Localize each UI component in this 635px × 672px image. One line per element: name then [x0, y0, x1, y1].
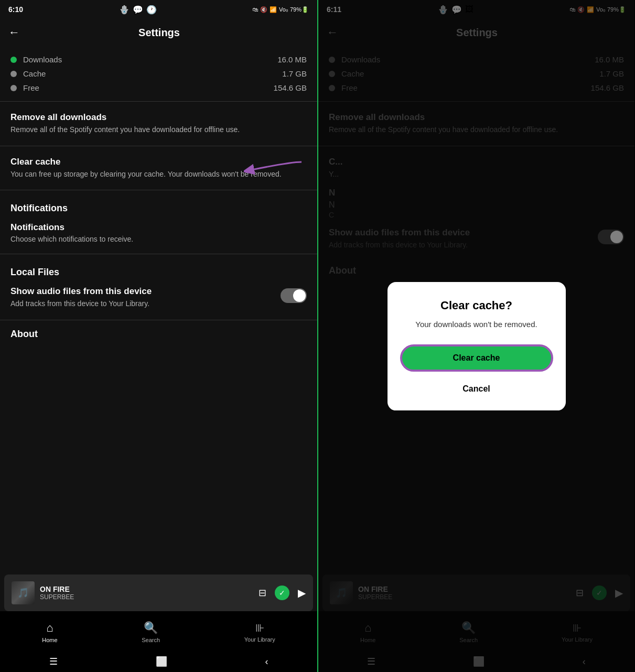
- now-playing-bar-left[interactable]: 🎵 ON FIRE SUPERBEE ⊟ ✓ ▶: [4, 575, 313, 611]
- status-bar-left: 6:10 🪬 💬 🕐 🛍 🔇 📶 Vo₀ 79%🔋: [0, 0, 317, 19]
- nav-library-left[interactable]: ⊪ Your Library: [244, 622, 275, 643]
- right-phone-panel: 6:11 🪬 💬 🖼 🛍 🔇 📶 Vo₀ 79%🔋 ← Settings Dow…: [317, 0, 634, 672]
- notifications-header: Notifications: [0, 192, 317, 218]
- modal-title: Clear cache?: [440, 299, 512, 312]
- local-files-item[interactable]: Show audio files from this device Add tr…: [0, 282, 317, 318]
- local-files-title: Show audio files from this device: [10, 286, 274, 297]
- player-controls-left: ⊟ ✓ ▶: [259, 586, 306, 600]
- connect-icon-left[interactable]: ⊟: [259, 587, 266, 599]
- track-info-left: ON FIRE SUPERBEE: [40, 585, 259, 601]
- clear-cache-title: Clear cache: [10, 157, 307, 167]
- battery-text: 79%🔋: [290, 6, 309, 13]
- local-files-text: Show audio files from this device Add tr…: [10, 286, 274, 309]
- status-icons-left: 🪬 💬 🕐: [119, 5, 157, 15]
- clear-cache-modal: Clear cache? Your downloads won't be rem…: [388, 282, 566, 410]
- remove-downloads-title: Remove all downloads: [10, 112, 307, 123]
- local-files-desc: Add tracks from this device to Your Libr…: [10, 299, 274, 309]
- cache-row-left: Cache 1.7 GB: [10, 67, 307, 81]
- bag-icon: 🛍: [252, 6, 258, 13]
- sys-back-btn-left[interactable]: ‹: [265, 656, 268, 667]
- modal-cancel-button[interactable]: Cancel: [462, 380, 490, 398]
- home-icon-left: ⌂: [46, 621, 53, 635]
- notifications-item-desc: Choose which notifications to receive.: [10, 235, 307, 243]
- spacer-left: [0, 342, 317, 575]
- downloads-label-left: Downloads: [23, 55, 277, 64]
- page-title-left: Settings: [28, 27, 290, 39]
- download-check-left[interactable]: ✓: [275, 586, 289, 600]
- storage-section-left: Downloads 16.0 MB Cache 1.7 GB Free 154.…: [0, 46, 317, 99]
- free-dot: [10, 85, 17, 91]
- chat-icon: 💬: [133, 5, 143, 15]
- back-button-left[interactable]: ←: [8, 26, 20, 39]
- downloads-dot: [10, 57, 17, 63]
- remove-downloads-item[interactable]: Remove all downloads Remove all of the S…: [0, 104, 317, 144]
- top-nav-left: ← Settings: [0, 19, 317, 46]
- sys-home-btn-left[interactable]: ⬜: [156, 656, 167, 667]
- divider-5: [0, 320, 317, 320]
- divider-1: [0, 101, 317, 102]
- library-icon-left: ⊪: [255, 622, 264, 634]
- wifi-icon: 📶: [270, 6, 277, 13]
- clear-cache-item[interactable]: Clear cache You can free up storage by c…: [0, 148, 317, 188]
- free-label-left: Free: [23, 83, 274, 92]
- notifications-item[interactable]: Notifications Choose which notifications…: [0, 218, 317, 252]
- library-label-left: Your Library: [244, 636, 275, 643]
- cache-value-left: 1.7 GB: [282, 69, 307, 78]
- cache-label-left: Cache: [23, 69, 282, 78]
- bottom-nav-left: ⌂ Home 🔍 Search ⊪ Your Library: [0, 611, 317, 653]
- mute-icon: 🔇: [260, 6, 267, 13]
- about-header: About: [0, 322, 317, 342]
- nav-home-left[interactable]: ⌂ Home: [42, 621, 57, 643]
- track-name-left: ON FIRE: [40, 585, 259, 593]
- sys-menu-btn-left[interactable]: ☰: [49, 656, 58, 667]
- home-label-left: Home: [42, 637, 57, 643]
- status-right-icons-left: 🛍 🔇 📶 Vo₀ 79%🔋: [252, 6, 309, 13]
- divider-4: [0, 254, 317, 254]
- track-artist-left: SUPERBEE: [40, 593, 259, 601]
- downloads-row-left: Downloads 16.0 MB: [10, 52, 307, 67]
- clear-cache-desc: You can free up storage by clearing your…: [10, 169, 307, 180]
- local-files-header: Local Files: [0, 256, 317, 282]
- notifications-item-title: Notifications: [10, 222, 307, 233]
- modal-confirm-button[interactable]: Clear cache: [400, 344, 553, 372]
- modal-desc: Your downloads won't be removed.: [415, 319, 537, 330]
- signal-text: Vo₀: [279, 6, 288, 13]
- album-art-image-left: 🎵: [12, 581, 35, 604]
- cache-dot: [10, 71, 17, 77]
- divider-2: [0, 146, 317, 146]
- search-label-left: Search: [142, 637, 160, 643]
- local-files-toggle[interactable]: [281, 288, 307, 303]
- free-row-left: Free 154.6 GB: [10, 81, 307, 95]
- clock-icon: 🕐: [146, 5, 157, 15]
- nav-search-left[interactable]: 🔍 Search: [142, 621, 160, 643]
- free-value-left: 154.6 GB: [274, 83, 307, 92]
- play-icon-left[interactable]: ▶: [298, 587, 306, 599]
- remove-downloads-desc: Remove all of the Spotify content you ha…: [10, 125, 307, 135]
- search-icon-left: 🔍: [144, 621, 158, 635]
- album-art-left: 🎵: [12, 581, 35, 604]
- system-nav-left: ☰ ⬜ ‹: [0, 653, 317, 672]
- notification-icon: 🪬: [119, 5, 130, 15]
- status-time-left: 6:10: [8, 5, 23, 14]
- toggle-knob: [293, 289, 306, 302]
- left-phone-panel: 6:10 🪬 💬 🕐 🛍 🔇 📶 Vo₀ 79%🔋 ← Settings Dow…: [0, 0, 317, 672]
- downloads-value-left: 16.0 MB: [277, 55, 307, 64]
- divider-3: [0, 190, 317, 190]
